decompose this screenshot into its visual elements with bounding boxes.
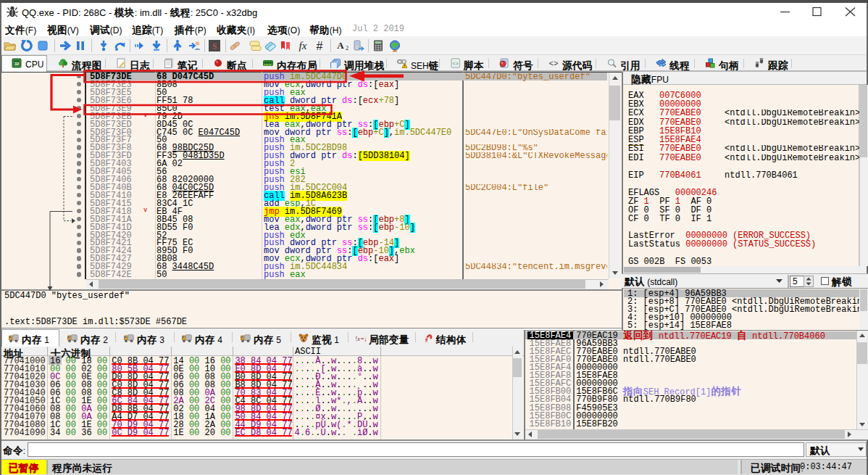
svg-text:<>: <> — [548, 59, 558, 68]
svg-text:S: S — [212, 41, 217, 51]
svg-text:2: 2 — [346, 45, 349, 51]
svg-text:[x=]: [x=] — [356, 335, 366, 342]
svg-text:fx: fx — [299, 40, 307, 51]
svg-text:A: A — [337, 40, 344, 51]
svg-text:#: # — [317, 40, 323, 52]
svg-text:<>: <> — [452, 61, 458, 66]
